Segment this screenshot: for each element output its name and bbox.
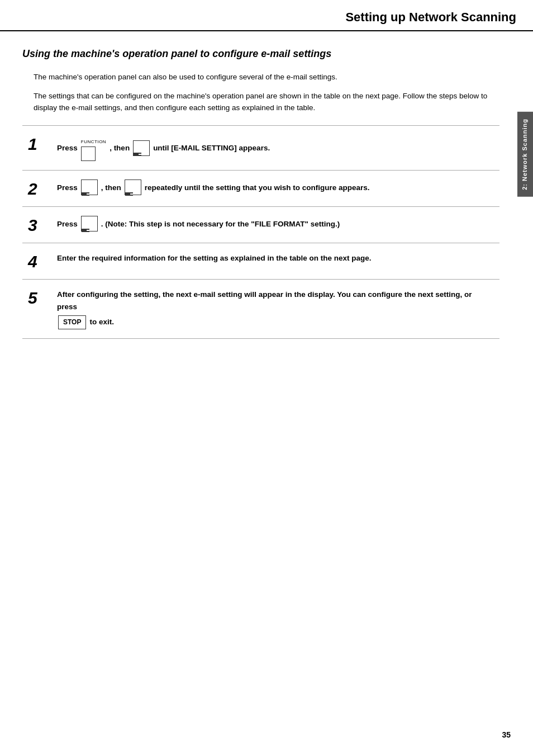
stop-button-label: STOP (63, 318, 81, 326)
side-tab: 2: Network Scanning (517, 112, 533, 197)
function-button-icon: FUNCTION (81, 135, 106, 162)
section-heading: Using the machine's operation panel to c… (22, 48, 499, 60)
step-4-content: Enter the required information for the s… (57, 252, 494, 264)
panel-btn-inner-2b (125, 180, 141, 207)
panel-btn-inner-3 (82, 216, 97, 244)
step-4-number: 4 (28, 252, 48, 270)
panel-button-1 (133, 140, 150, 156)
panel-button-2b (125, 179, 141, 195)
step-3-rest: . (Note: This step is not necessary for … (101, 218, 340, 230)
step-2-content: Press , then (57, 179, 494, 195)
panel-line-3 (134, 155, 141, 156)
step-3-press: Press (57, 218, 78, 230)
step-5-number: 5 (28, 289, 48, 306)
function-box (81, 147, 96, 161)
page-number: 35 (502, 730, 511, 739)
step-2-row: 2 Press , then (22, 171, 499, 207)
step-1-inline: Press FUNCTION , then (57, 135, 270, 162)
panel-button-3 (81, 216, 98, 231)
step-5-content: After configuring the setting, the next … (57, 289, 494, 329)
step-3-content: Press . (Note: This step is not necessar… (57, 216, 494, 231)
step-5-row: 5 After configuring the setting, the nex… (22, 280, 499, 338)
panel-line-2b-3 (125, 195, 133, 196)
panel-line-3-3 (82, 231, 89, 232)
step-5-text-before: After configuring the setting, the next … (57, 289, 494, 313)
step-4-text: Enter the required information for the s… (57, 252, 372, 264)
step-4-row: 4 Enter the required information for the… (22, 243, 499, 280)
step-2-then: , then (101, 182, 121, 194)
step-1-until: until [E-MAIL SETTING] appears. (153, 142, 270, 154)
step-1-number: 1 (28, 135, 48, 153)
steps-container: 1 Press FUNCTION , then (22, 125, 499, 339)
panel-line-2a-3 (82, 195, 89, 196)
panel-button-2a (81, 179, 98, 195)
step-5-text-after: to exit. (89, 316, 114, 328)
main-content: Using the machine's operation panel to c… (0, 31, 533, 350)
step-2-inline: Press , then (57, 179, 370, 195)
intro-para-1: The machine's operation panel can also b… (22, 71, 499, 83)
step-1-content: Press FUNCTION , then (57, 135, 494, 162)
page-title: Setting up Network Scanning (345, 10, 516, 25)
page-header: Setting up Network Scanning (0, 0, 533, 31)
panel-btn-inner-2a (82, 180, 97, 207)
step-3-number: 3 (28, 216, 48, 234)
step-1-row: 1 Press FUNCTION , then (22, 126, 499, 171)
step-1-then: , then (110, 142, 130, 154)
step-2-press: Press (57, 182, 78, 194)
step-2-rest: repeatedly until the setting that you wi… (145, 182, 370, 194)
panel-btn-inner-1 (134, 141, 149, 168)
step-3-row: 3 Press . (Note: This step is not necess… (22, 207, 499, 243)
intro-para-2: The settings that can be configured on t… (22, 90, 499, 114)
function-label: FUNCTION (81, 139, 106, 144)
stop-button-icon: STOP (58, 315, 86, 329)
step-2-number: 2 (28, 179, 48, 197)
step-1-press: Press (57, 142, 78, 154)
step-5-inline: After configuring the setting, the next … (57, 289, 494, 329)
step-3-inline: Press . (Note: This step is not necessar… (57, 216, 340, 231)
